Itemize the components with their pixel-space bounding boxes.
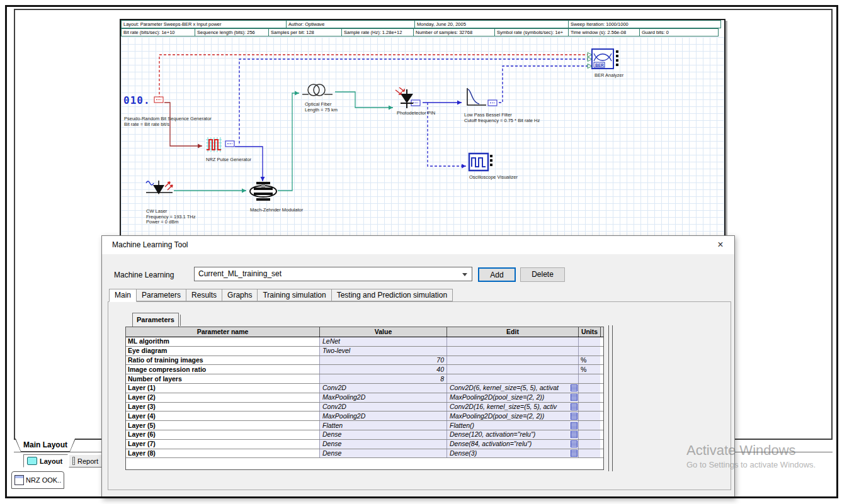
column-header-value: Value bbox=[320, 327, 447, 337]
param-value-cell[interactable]: Flatten bbox=[320, 421, 447, 430]
param-value-cell[interactable]: Two-level bbox=[320, 347, 447, 356]
machine-learning-tool-dialog: Machine Learning Tool × Machine Learning… bbox=[101, 235, 735, 498]
low-pass-bessel-filter-label: Low Pass Bessel Filter Cutoff frequency … bbox=[464, 113, 540, 123]
low-pass-bessel-filter-icon bbox=[463, 86, 488, 109]
component-oscilloscope-visualizer[interactable] bbox=[468, 152, 494, 175]
edit-list-icon[interactable] bbox=[571, 384, 577, 391]
component-mach-zehnder-modulator[interactable] bbox=[249, 182, 278, 203]
param-units-cell bbox=[579, 412, 600, 420]
edit-list-icon[interactable] bbox=[571, 422, 577, 429]
edit-list-icon[interactable] bbox=[571, 440, 577, 447]
column-header-edit: Edit bbox=[447, 327, 579, 337]
param-units-cell bbox=[579, 403, 600, 412]
machine-learning-label: Machine Learning bbox=[114, 271, 174, 279]
param-name-cell: Number of layers bbox=[126, 374, 320, 383]
component-prbs-generator[interactable]: 010. bbox=[123, 94, 151, 106]
svg-text:BER: BER bbox=[595, 63, 604, 67]
param-name-cell: Eye diagram bbox=[126, 347, 320, 356]
table-row: Layer (4)MaxPooling2DMaxPooling2D(pool_s… bbox=[126, 412, 603, 421]
dialog-titlebar[interactable]: Machine Learning Tool × bbox=[102, 236, 734, 254]
table-row: Layer (3)Conv2DConv2D(16, kernel_size=(5… bbox=[126, 403, 603, 412]
tab-project-nrz-ook[interactable]: NRZ OOK.. bbox=[11, 471, 64, 489]
param-edit-cell[interactable]: Conv2D(6, kernel_size=(5, 5), activat bbox=[447, 384, 579, 393]
param-value-cell[interactable]: MaxPooling2D bbox=[320, 393, 447, 402]
param-units-cell bbox=[579, 449, 600, 458]
oscilloscope-visualizer-label: Oscilloscope Visualizer bbox=[469, 175, 518, 181]
ber-analyzer-label: BER Analyzer bbox=[595, 73, 623, 79]
param-name-cell: Layer (2) bbox=[126, 393, 320, 402]
prbs-generator-icon: 010. bbox=[123, 94, 151, 106]
tab-graphs[interactable]: Graphs bbox=[222, 289, 258, 301]
pane-splitter[interactable] bbox=[608, 325, 609, 471]
param-value-cell[interactable]: Conv2D bbox=[320, 403, 447, 412]
component-nrz-pulse-generator[interactable] bbox=[205, 136, 224, 156]
report-view-button[interactable]: Report bbox=[69, 454, 102, 468]
training-set-combobox[interactable]: Current_ML_training_set bbox=[194, 267, 472, 281]
photodetector-pin-label: Photodetector PIN bbox=[397, 111, 435, 116]
component-optical-fiber[interactable] bbox=[301, 82, 334, 103]
table-row: Layer (1)Conv2DConv2D(6, kernel_size=(5,… bbox=[126, 384, 603, 393]
param-edit-cell[interactable]: Conv2D(16, kernel_size=(5, 5), activ bbox=[447, 403, 579, 412]
delete-button[interactable]: Delete bbox=[520, 267, 565, 282]
tab-training-simulation[interactable]: Training simulation bbox=[257, 289, 331, 301]
tab-main[interactable]: Main bbox=[109, 289, 137, 302]
param-edit-cell[interactable]: Dense(84, activation="relu") bbox=[447, 440, 579, 449]
param-value-cell[interactable]: 70 bbox=[320, 356, 447, 365]
param-value-cell[interactable]: Dense bbox=[320, 449, 447, 458]
edit-list-icon[interactable] bbox=[571, 403, 577, 410]
param-units-cell bbox=[579, 440, 600, 449]
mach-zehnder-modulator-icon bbox=[249, 182, 278, 201]
edit-list-icon[interactable] bbox=[571, 431, 577, 438]
subtab-parameters[interactable]: Parameters bbox=[132, 313, 179, 327]
param-edit-cell[interactable] bbox=[447, 347, 579, 356]
component-low-pass-bessel-filter[interactable] bbox=[463, 86, 488, 112]
nrz-pulse-generator-icon bbox=[205, 136, 224, 154]
chevron-down-icon bbox=[462, 273, 467, 276]
report-view-icon bbox=[72, 457, 75, 465]
edit-list-icon[interactable] bbox=[571, 394, 577, 401]
table-row: Layer (2)MaxPooling2DMaxPooling2D(pool_s… bbox=[126, 393, 603, 403]
component-photodetector-pin[interactable] bbox=[394, 87, 418, 113]
project-tab-label: NRZ OOK.. bbox=[26, 476, 61, 484]
param-edit-cell[interactable] bbox=[447, 337, 579, 346]
table-row: Eye diagramTwo-level bbox=[126, 347, 603, 356]
edit-list-icon[interactable] bbox=[571, 413, 577, 420]
close-icon[interactable]: × bbox=[714, 238, 727, 251]
param-value-cell[interactable]: Conv2D bbox=[320, 384, 447, 393]
param-edit-cell[interactable] bbox=[447, 365, 579, 374]
edit-list-icon[interactable] bbox=[571, 450, 577, 457]
param-edit-cell[interactable]: Dense(3) bbox=[447, 449, 579, 458]
param-edit-cell[interactable]: MaxPooling2D(pool_size=(2, 2)) bbox=[447, 393, 579, 402]
param-value-cell[interactable]: LeNet bbox=[320, 337, 447, 346]
param-edit-cell[interactable] bbox=[447, 374, 579, 383]
param-units-cell bbox=[579, 384, 600, 393]
tab-testing-and-prediction-simulation[interactable]: Testing and Prediction simulation bbox=[331, 289, 453, 301]
layout-view-button[interactable]: Layout bbox=[23, 454, 68, 468]
param-value-cell[interactable]: MaxPooling2D bbox=[320, 412, 447, 420]
tab-main-layout[interactable]: Main Layout bbox=[15, 439, 76, 452]
tab-results[interactable]: Results bbox=[186, 289, 222, 301]
layout-view-icon bbox=[27, 457, 37, 465]
param-name-cell: Layer (1) bbox=[126, 384, 320, 393]
param-value-cell[interactable]: Dense bbox=[320, 440, 447, 449]
param-value-cell[interactable]: 8 bbox=[320, 374, 447, 383]
table-row: ML algorithmLeNet bbox=[126, 337, 603, 347]
param-units-cell: % bbox=[579, 365, 600, 374]
param-edit-cell[interactable]: Flatten() bbox=[447, 421, 579, 430]
param-edit-cell[interactable]: MaxPooling2D(pool_size=(2, 2)) bbox=[447, 412, 579, 420]
param-value-cell[interactable]: 40 bbox=[320, 365, 447, 374]
cw-laser-label: CW Laser Frequency = 193.1 THz Power = 0… bbox=[146, 209, 195, 225]
param-table-body: ML algorithmLeNetEye diagramTwo-levelRat… bbox=[126, 337, 603, 458]
param-edit-cell[interactable] bbox=[447, 356, 579, 365]
component-cw-laser[interactable] bbox=[145, 179, 174, 205]
dialog-title: Machine Learning Tool bbox=[112, 240, 188, 249]
component-ber-analyzer[interactable]: BER bbox=[591, 48, 620, 73]
param-name-cell: Layer (8) bbox=[126, 449, 320, 458]
param-value-cell[interactable]: Dense bbox=[320, 430, 447, 439]
tab-parameters[interactable]: Parameters bbox=[136, 289, 186, 301]
pane-splitter-line bbox=[612, 325, 613, 471]
main-tab-content: Parameters Parameter nameValueEditUnits … bbox=[108, 301, 731, 490]
param-name-cell: Layer (6) bbox=[126, 430, 320, 439]
param-edit-cell[interactable]: Dense(120, activation="relu") bbox=[447, 430, 579, 439]
add-button[interactable]: Add bbox=[478, 267, 516, 282]
